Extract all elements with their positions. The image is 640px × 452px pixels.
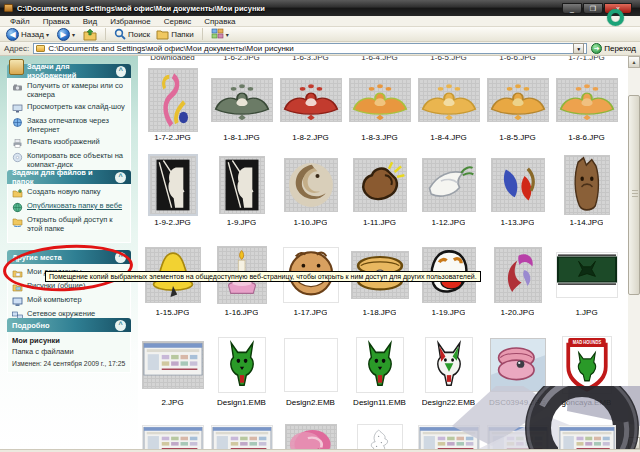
task-share[interactable]: Открыть общий доступ к этой папке [12,216,127,233]
menu-item-help[interactable]: Справка [198,17,241,26]
file-thumbnail[interactable]: Design11.EMB [345,332,414,408]
file-label[interactable]: 1-7-2.JPG [154,133,190,143]
address-input[interactable]: C:\Documents and Settings\мой офис\Мои д… [33,43,587,54]
file-thumbnail[interactable]: 1-14.JPG [552,152,621,228]
file-thumbnail[interactable]: 10.JPG [483,423,552,449]
clipped-file-label[interactable]: 1-7-1.JPG [552,56,621,63]
file-label[interactable]: 1-8-6.JPG [568,133,604,143]
file-thumbnail[interactable]: 1-8-1.JPG [207,67,276,143]
file-label[interactable]: 1-17.JPG [294,308,328,318]
file-label[interactable]: 1-9-2.JPG [154,218,190,228]
up-button[interactable] [81,28,99,41]
menu-item-file[interactable]: Файл [4,17,36,26]
clipped-file-label[interactable]: 1-6-6.JPG [483,56,552,63]
file-thumbnail[interactable]: новый-1.cpt [345,423,414,449]
file-label[interactable]: 1-10.JPG [294,218,328,228]
file-thumbnail[interactable]: 1-8-4.JPG [414,67,483,143]
go-button[interactable]: ➔ Переход [591,43,636,54]
clipped-file-label[interactable]: 1-6-5.JPG [414,56,483,63]
file-label[interactable]: 1-14.JPG [570,218,604,228]
task-newfolder[interactable]: Создать новую папку [12,188,127,198]
task-pics[interactable]: Рисунки (общие) [12,282,127,292]
file-thumbnail[interactable]: Безымянный2.bmp [138,423,207,449]
file-thumbnail[interactable]: 2.JPG [138,332,207,408]
file-thumbnail[interactable]: Безымянный.JPG [276,423,345,449]
panel-header-details[interactable]: Подробно^ [7,318,131,332]
chevron-up-icon[interactable]: ^ [116,66,126,77]
file-thumbnail[interactable]: 1-9-2.JPG [138,152,207,228]
forward-button[interactable]: ▶ ▾ [55,28,79,41]
file-label[interactable]: 1-8-4.JPG [430,133,466,143]
file-thumbnail[interactable]: 1-11.JPG [345,152,414,228]
task-camera[interactable]: Получить от камеры или со сканера [12,82,127,99]
file-thumbnail[interactable]: 1-8-5.JPG [483,67,552,143]
chevron-up-icon[interactable]: ^ [115,320,126,331]
file-thumbnail[interactable]: 1-13.JPG [483,152,552,228]
restore-button[interactable]: ❐ [583,3,603,14]
views-button[interactable]: ▾ [209,28,233,40]
address-dropdown-icon[interactable]: ▼ [573,43,584,54]
menu-item-edit[interactable]: Правка [37,17,76,26]
back-dropdown-icon[interactable]: ▾ [46,31,49,38]
clipped-file-label[interactable]: 1-6-2.JPG [207,56,276,63]
file-thumbnail[interactable]: Design1.EMB [207,332,276,408]
file-thumbnail[interactable]: 1-8-2.JPG [276,67,345,143]
file-thumbnail[interactable]: Безымянный.bmp [207,423,276,449]
scroll-down-icon[interactable]: ▼ [628,437,640,449]
file-thumbnail[interactable]: Design22.EMB [414,332,483,408]
file-thumbnail[interactable]: 1-7-2.JPG [138,67,207,143]
menu-item-favorites[interactable]: Избранное [104,17,157,26]
file-thumbnail[interactable]: 1-12.JPG [414,152,483,228]
file-label[interactable]: Design11.EMB [353,398,406,408]
file-label[interactable]: 1-12.JPG [432,218,466,228]
clipped-file-label[interactable]: 1-6-4.JPG [345,56,414,63]
folders-button[interactable]: Папки [154,29,196,40]
file-label[interactable]: 1-9.JPG [227,218,256,228]
vertical-scrollbar[interactable]: ▲ ▼ [628,56,640,449]
file-label[interactable]: 1-8-5.JPG [499,133,535,143]
chevron-up-icon[interactable]: ^ [115,252,126,263]
file-thumbnail[interactable]: 9.JPG [414,423,483,449]
file-thumbnail[interactable]: Design2.EMB [276,332,345,408]
file-label[interactable]: 1-11.JPG [363,218,396,228]
file-label[interactable]: goncaya.EMB [562,398,612,408]
file-label[interactable]: 1-20.JPG [501,308,535,318]
file-label[interactable]: 1-8-2.JPG [292,133,328,143]
file-label[interactable]: Design22.EMB [422,398,475,408]
file-label[interactable]: 1.JPG [575,308,597,318]
file-label[interactable]: 1-8-1.JPG [223,133,259,143]
chevron-up-icon[interactable]: ^ [115,172,126,183]
menu-item-tools[interactable]: Сервис [158,17,197,26]
file-thumbnail[interactable]: 1-10.JPG [276,152,345,228]
file-thumbnail[interactable]: DSC03949.JPG [483,332,552,408]
menu-item-view[interactable]: Вид [77,17,103,26]
file-label[interactable]: Design1.EMB [217,398,266,408]
file-thumbnail[interactable] [552,423,621,449]
task-prints[interactable]: Заказ отпечатков через Интернет [12,117,127,134]
file-thumbnail[interactable]: MAD HOUNDSgoncaya.EMB [552,332,621,408]
file-label[interactable]: 1-15.JPG [156,308,190,318]
file-label[interactable]: 1-13.JPG [501,218,535,228]
views-dropdown-icon[interactable]: ▾ [226,31,229,38]
minimize-button[interactable]: _ [562,3,582,14]
file-thumbnail[interactable]: 1-8-3.JPG [345,67,414,143]
file-label[interactable]: 1-8-3.JPG [361,133,397,143]
scroll-up-icon[interactable]: ▲ [628,56,640,68]
search-button[interactable]: Поиск [112,28,152,40]
file-label[interactable]: 2.JPG [161,398,183,408]
file-thumbnail[interactable]: 1-9.JPG [207,152,276,228]
file-thumbnail[interactable]: 1.JPG [552,242,621,318]
task-slideshow[interactable]: Просмотреть как слайд-шоу [12,103,127,113]
panel-header-other-places[interactable]: Другие места^ [7,250,131,264]
task-computer[interactable]: Мой компьютер [12,296,127,306]
scrollbar-thumb[interactable] [628,95,640,295]
file-label[interactable]: Design2.EMB [286,398,335,408]
panel-header-file-tasks[interactable]: Задачи для файлов и папок^ [7,170,131,184]
forward-dropdown-icon[interactable]: ▾ [72,31,75,38]
clipped-file-label[interactable]: Downloaded Albums [138,56,207,63]
task-web[interactable]: Опубликовать папку в вебе [12,202,127,212]
file-thumbnail[interactable]: 1-8-6.JPG [552,67,621,143]
file-thumbnail[interactable]: 1-20.JPG [483,242,552,318]
file-label[interactable]: 1-16.JPG [225,308,259,318]
file-label[interactable]: DSC03949.JPG [489,398,546,408]
